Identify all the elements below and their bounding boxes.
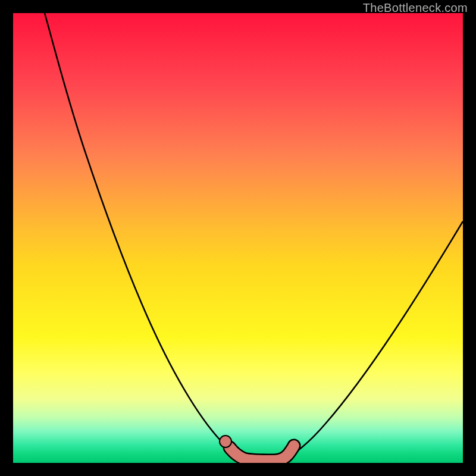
svg-point-0: [220, 436, 231, 447]
chart-frame: TheBottleneck.com: [0, 0, 476, 476]
plot-area: [13, 13, 463, 463]
curve-left-branch: [45, 13, 248, 460]
optimal-zone-highlight: [220, 436, 294, 461]
curve-right-branch: [281, 221, 463, 460]
curve-layer: [13, 13, 463, 463]
